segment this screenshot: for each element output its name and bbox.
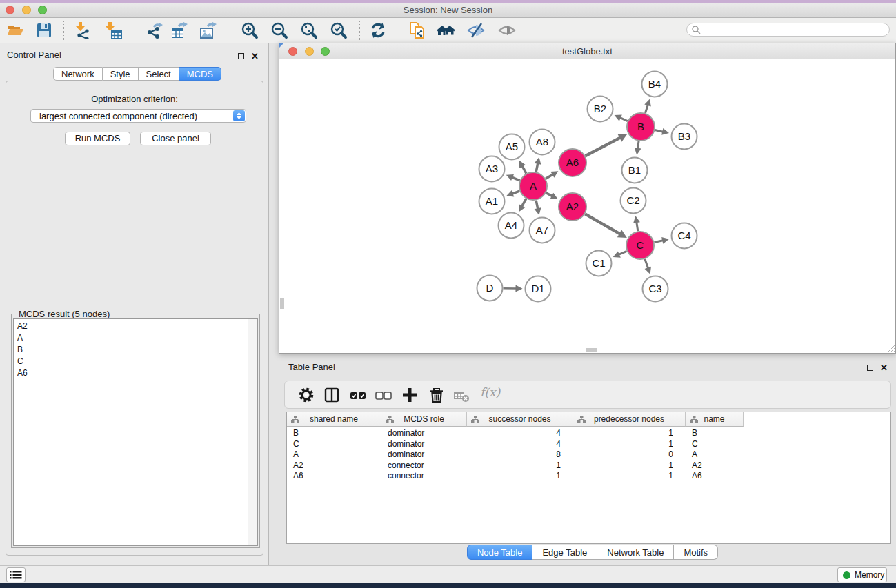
graph-edge[interactable] [655, 241, 664, 243]
clone-network-icon[interactable] [408, 21, 426, 39]
save-session-icon[interactable] [35, 21, 53, 39]
table-cell[interactable]: 1 [573, 470, 673, 481]
graph-edge[interactable] [637, 141, 639, 149]
table-cell[interactable]: 1 [573, 427, 673, 438]
zoom-fit-icon[interactable] [300, 21, 318, 39]
import-network-icon[interactable] [74, 21, 92, 39]
mcds-result-item[interactable]: A6 [14, 367, 248, 379]
zoom-in-icon[interactable] [241, 21, 259, 39]
table-cell[interactable]: 1 [573, 438, 673, 449]
table-cell[interactable]: 1 [573, 460, 673, 471]
float-panel-icon[interactable] [867, 365, 873, 371]
table-cell[interactable]: 8 [467, 449, 561, 460]
table-cell[interactable]: A [287, 449, 369, 460]
tab-style[interactable]: Style [103, 67, 139, 81]
import-table-icon[interactable] [105, 21, 123, 39]
optimization-criterion-dropdown[interactable]: largest connected component (directed) [30, 109, 246, 123]
table-cell[interactable]: A2 [686, 460, 731, 471]
table-cell[interactable]: 1 [467, 460, 561, 471]
graph-edge[interactable] [619, 251, 627, 254]
close-panel-icon[interactable]: ✕ [880, 364, 888, 372]
table-cell[interactable]: dominator [381, 427, 455, 438]
table-cell[interactable]: dominator [381, 449, 455, 460]
tab-mcds[interactable]: MCDS [179, 67, 221, 81]
table-cell[interactable]: A [686, 449, 731, 460]
close-panel-button[interactable]: Close panel [140, 132, 211, 145]
show-details-icon[interactable] [498, 21, 516, 39]
open-session-icon[interactable] [6, 21, 24, 39]
tab-network-table[interactable]: Network Table [597, 545, 674, 560]
export-table-icon[interactable] [170, 21, 188, 39]
run-mcds-button[interactable]: Run MCDS [65, 132, 130, 145]
node-table[interactable]: shared nameMCDS rolesuccessor nodesprede… [286, 412, 891, 544]
hide-details-icon[interactable] [467, 21, 485, 39]
delete-columns-icon[interactable] [428, 386, 446, 404]
network-canvas[interactable]: B4B2BB3A5A8A6B1A3AC2A1A2A4A7C4CC1C3DD1 [279, 59, 895, 353]
export-image-icon[interactable] [199, 21, 217, 39]
mcds-result-item[interactable]: A [14, 332, 248, 344]
mcds-result-item[interactable]: A2 [14, 321, 248, 332]
table-cell[interactable]: A2 [287, 460, 369, 471]
graph-edge[interactable] [637, 222, 638, 231]
graph-edge[interactable] [522, 166, 526, 174]
graph-edge[interactable] [620, 118, 628, 121]
memory-button[interactable]: Memory [837, 567, 887, 582]
graph-edge[interactable] [536, 163, 538, 172]
table-cell[interactable]: 4 [467, 427, 561, 438]
close-panel-icon[interactable]: ✕ [251, 52, 259, 60]
graph-edge[interactable] [585, 214, 620, 234]
table-settings-gear-icon[interactable] [297, 386, 315, 404]
graph-edge[interactable] [586, 138, 621, 156]
graph-edge[interactable] [645, 259, 648, 268]
table-cell[interactable]: dominator [381, 438, 455, 449]
table-cell[interactable]: B [287, 427, 369, 438]
tab-node-table[interactable]: Node Table [467, 545, 533, 560]
table-cell[interactable]: 0 [573, 449, 673, 460]
mcds-result-item[interactable]: C [14, 356, 248, 367]
table-cell[interactable]: connector [381, 460, 455, 471]
zoom-out-icon[interactable] [270, 21, 288, 39]
tab-edge-table[interactable]: Edge Table [532, 545, 597, 560]
graph-edge[interactable] [655, 130, 663, 132]
table-cell[interactable]: A6 [686, 470, 731, 481]
column-header-predecessor-nodes[interactable]: predecessor nodes [573, 412, 686, 427]
export-network-icon[interactable] [146, 21, 163, 39]
refresh-layout-icon[interactable] [369, 21, 387, 39]
column-header-name[interactable]: name [686, 412, 744, 427]
table-cell[interactable]: 4 [467, 438, 561, 449]
search-input[interactable] [686, 23, 890, 37]
column-header-MCDS-role[interactable]: MCDS role [381, 412, 467, 427]
graph-edge[interactable] [521, 199, 526, 206]
column-header-shared-name[interactable]: shared name [287, 412, 381, 427]
column-header-successor-nodes[interactable]: successor nodes [467, 412, 573, 427]
show-columns-icon[interactable] [323, 386, 341, 404]
network-window-titlebar[interactable]: testGlobe.txt [279, 43, 895, 60]
tab-network[interactable]: Network [53, 67, 103, 81]
tab-motifs[interactable]: Motifs [674, 545, 718, 560]
tab-select[interactable]: Select [139, 67, 179, 81]
show-all-networks-icon[interactable] [437, 21, 455, 39]
delete-table-icon[interactable] [452, 386, 470, 404]
graph-edge[interactable] [512, 177, 520, 181]
table-cell[interactable]: C [287, 438, 369, 449]
float-panel-icon[interactable] [238, 53, 244, 59]
function-builder-icon[interactable]: f(x) [480, 385, 500, 399]
graph-edge[interactable] [512, 191, 520, 194]
graph-edge[interactable] [546, 193, 552, 196]
task-history-button[interactable] [6, 567, 26, 582]
create-column-icon[interactable] [401, 386, 419, 404]
unselect-all-columns-icon[interactable] [375, 386, 392, 404]
table-cell[interactable]: C [686, 438, 731, 449]
table-cell[interactable]: B [686, 427, 731, 438]
graph-edge[interactable] [546, 174, 553, 179]
table-cell[interactable]: connector [381, 470, 455, 481]
select-all-columns-icon[interactable] [349, 386, 367, 404]
graph-edge[interactable] [645, 105, 648, 113]
zoom-selected-icon[interactable] [330, 21, 348, 39]
table-cell[interactable]: 1 [467, 470, 561, 481]
resize-grip-icon[interactable] [886, 344, 895, 352]
graph-edge[interactable] [536, 201, 538, 210]
mcds-result-scrollbar[interactable] [248, 319, 257, 545]
table-cell[interactable]: A6 [287, 470, 369, 481]
mcds-result-item[interactable]: B [14, 344, 248, 356]
